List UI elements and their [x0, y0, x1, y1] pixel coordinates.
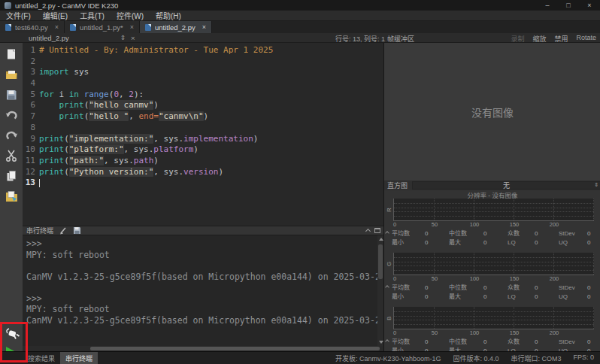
- stat-label: StDev: [559, 338, 587, 347]
- terminal-vertical-scrollbar[interactable]: [377, 235, 383, 346]
- gridline: [394, 311, 594, 312]
- code-token: range: [84, 89, 109, 99]
- save-log-icon: [73, 226, 81, 235]
- code-token: ): [218, 167, 223, 177]
- code-text: import sys: [39, 67, 89, 78]
- python-file-icon: [145, 24, 151, 31]
- undo-button[interactable]: [3, 106, 20, 123]
- status-tab[interactable]: 串行终端: [60, 352, 98, 364]
- firmware-version: 固件版本: 0.4.0: [453, 353, 498, 363]
- save-log-button[interactable]: [72, 227, 81, 235]
- code-token: , sys.: [153, 167, 183, 177]
- scrollbar-thumb[interactable]: [378, 244, 383, 279]
- file-tab[interactable]: untitled_1.py*×: [65, 21, 140, 33]
- collapse-section-icon[interactable]: [385, 230, 390, 235]
- axis-tick: 200: [550, 275, 559, 282]
- no-image-text: 没有图像: [471, 105, 514, 120]
- file-tab[interactable]: untitled_2.py×: [140, 21, 212, 33]
- histogram-plot-r: [393, 199, 594, 221]
- maximize-icon[interactable]: □: [558, 0, 579, 11]
- stat-value: 0: [587, 284, 600, 293]
- code-token: # Untitled - By: Administrator - Tue Apr…: [39, 45, 273, 55]
- stat-label: StDev: [559, 284, 587, 293]
- tab-close-icon[interactable]: ×: [130, 23, 134, 31]
- serial-terminal[interactable]: >>>MPY: soft reboot CanMV v1.2.3-25-g5ce…: [23, 235, 383, 346]
- code-text: print("hello ", end="canmv\n"): [39, 111, 208, 123]
- menu-item[interactable]: 编辑(E): [37, 10, 74, 21]
- code-text: print("implementation:", sys.implementat…: [39, 134, 258, 145]
- histogram-stats: 平均数0中位数0众数0StDev0最小0最大0LQ0UQ0: [392, 284, 600, 302]
- stat-label: 最大: [449, 238, 483, 247]
- line-number: 7: [23, 111, 39, 123]
- stat-label: 众数: [508, 284, 535, 293]
- axis-tick: 0: [393, 221, 396, 228]
- code-token: (: [64, 134, 69, 144]
- document-selector[interactable]: untitled_2.py: [29, 34, 69, 42]
- histogram-section-g: G050100150200平均数0中位数0众数0StDev0最小0最大0LQ0U…: [384, 253, 600, 302]
- axis-tick: 0: [393, 329, 396, 336]
- document-close-icon[interactable]: ×: [131, 34, 135, 42]
- paste-button[interactable]: [3, 187, 20, 205]
- axis-tick: 200: [550, 221, 559, 228]
- popout-terminal-icon[interactable]: [374, 228, 380, 233]
- scrollbar-thumb[interactable]: [90, 347, 380, 350]
- axis-tick: 100: [470, 275, 480, 282]
- axis-tick: 50: [432, 221, 438, 228]
- terminal-horizontal-scrollbar[interactable]: [23, 346, 383, 351]
- code-text: print("hello canmv"): [39, 100, 159, 111]
- line-number: 8: [23, 123, 39, 134]
- stat-label: 平均数: [392, 338, 425, 347]
- menu-item[interactable]: 控件(W): [111, 10, 150, 21]
- collapse-section-icon[interactable]: [385, 338, 390, 344]
- code-line: 1# Untitled - By: Administrator - Tue Ap…: [23, 45, 383, 56]
- open-file-button[interactable]: [3, 65, 20, 83]
- save-button[interactable]: [3, 86, 20, 103]
- axis-tick: 150: [510, 221, 520, 228]
- gridline: [394, 270, 594, 271]
- collapse-terminal-icon[interactable]: [365, 228, 371, 233]
- minimize-icon[interactable]: –: [537, 0, 558, 11]
- new-file-button[interactable]: [3, 45, 20, 62]
- histogram-channel-select[interactable]: 无 ⇕: [412, 181, 600, 190]
- code-token: ,: [119, 89, 129, 99]
- frame-buffer-view: 没有图像: [384, 43, 600, 180]
- stat-label: 最小: [392, 293, 425, 302]
- menu-item[interactable]: 文件(F): [0, 10, 37, 21]
- file-tab-label: test640.py: [15, 23, 48, 32]
- stat-label: 中位数: [449, 338, 483, 347]
- clear-terminal-button[interactable]: [59, 227, 68, 235]
- connect-button[interactable]: [3, 326, 21, 344]
- cut-button[interactable]: [3, 147, 20, 164]
- tab-close-icon[interactable]: ×: [55, 23, 59, 31]
- gridline: [434, 199, 435, 220]
- code-token: ): [153, 100, 159, 110]
- code-line: 5for i in range(0, 2):: [23, 89, 383, 101]
- stat-value: 0: [483, 293, 508, 302]
- document-selector-updown-icon[interactable]: ⇕: [120, 34, 126, 41]
- code-token: "platform:": [69, 144, 124, 154]
- code-line: 2: [23, 56, 383, 68]
- code-token: end: [138, 111, 153, 121]
- code-line: 7 print("hello ", end="canmv\n"): [23, 111, 383, 123]
- code-token: print: [59, 100, 84, 110]
- axis-tick: 150: [510, 329, 520, 336]
- tab-close-icon[interactable]: ×: [202, 23, 206, 31]
- copy-button[interactable]: [3, 167, 20, 184]
- plug-icon: [3, 326, 21, 344]
- axis-tick: 100: [470, 329, 480, 336]
- code-editor[interactable]: 1# Untitled - By: Administrator - Tue Ap…: [23, 43, 383, 226]
- redo-button[interactable]: [3, 126, 20, 144]
- menu-item[interactable]: 工具(T): [74, 10, 111, 21]
- code-line: 10print("platform:", sys.platform): [23, 144, 383, 156]
- file-tab[interactable]: test640.py×: [0, 21, 65, 33]
- status-tab[interactable]: 搜索结果: [23, 352, 60, 364]
- code-token: [39, 100, 59, 110]
- menu-item[interactable]: 帮助(H): [150, 10, 187, 21]
- close-icon[interactable]: ×: [579, 0, 600, 11]
- histogram-section-b: B050100150200平均数0中位数0众数0StDev0最小0最大0LQ0U…: [384, 307, 600, 352]
- terminal-header: 串行终端: [23, 226, 383, 235]
- code-token: , sys.: [153, 134, 183, 144]
- code-token: in: [69, 89, 79, 99]
- code-token: "path:": [69, 156, 104, 165]
- collapse-section-icon[interactable]: [385, 284, 390, 290]
